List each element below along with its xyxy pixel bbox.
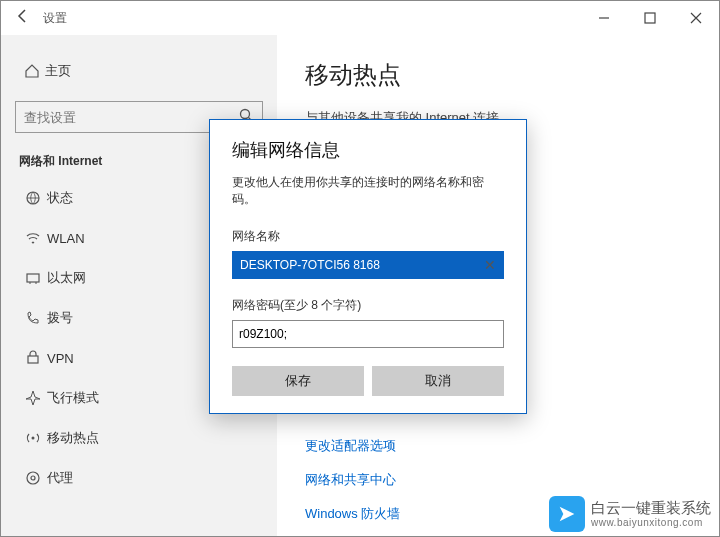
dialog-title: 编辑网络信息: [232, 138, 504, 162]
clear-icon[interactable]: ✕: [480, 255, 500, 275]
svg-point-10: [27, 472, 39, 484]
home-icon: [19, 63, 45, 79]
close-button[interactable]: [673, 1, 719, 35]
vpn-icon: [19, 350, 47, 366]
svg-point-11: [31, 476, 35, 480]
sidebar-home-label: 主页: [45, 62, 71, 80]
svg-rect-1: [645, 13, 655, 23]
network-password-input[interactable]: [232, 320, 504, 348]
link-adapter-options[interactable]: 更改适配器选项: [305, 437, 695, 455]
cancel-button[interactable]: 取消: [372, 366, 504, 396]
save-button[interactable]: 保存: [232, 366, 364, 396]
sidebar-item-proxy[interactable]: 代理: [1, 458, 277, 498]
edit-network-dialog: 编辑网络信息 更改他人在使用你共享的连接时的网络名称和密码。 网络名称 ✕ 网络…: [209, 119, 527, 414]
watermark-line1: 白云一键重装系统: [591, 500, 711, 517]
titlebar: 设置: [1, 1, 719, 35]
watermark-line2: www.baiyunxitong.com: [591, 517, 711, 528]
sidebar-item-label: 状态: [47, 189, 73, 207]
airplane-icon: [19, 390, 47, 406]
watermark-logo-icon: [549, 496, 585, 532]
phone-icon: [19, 310, 47, 326]
app-title: 设置: [43, 10, 67, 27]
globe-icon: [19, 190, 47, 206]
wifi-icon: [19, 230, 47, 246]
sidebar-item-hotspot[interactable]: 移动热点: [1, 418, 277, 458]
svg-point-2: [241, 110, 250, 119]
maximize-button[interactable]: [627, 1, 673, 35]
sidebar-item-label: VPN: [47, 351, 74, 366]
svg-point-9: [32, 437, 35, 440]
sidebar-item-label: 拨号: [47, 309, 73, 327]
sidebar-item-label: 以太网: [47, 269, 86, 287]
dialog-description: 更改他人在使用你共享的连接时的网络名称和密码。: [232, 174, 504, 208]
sidebar-item-label: WLAN: [47, 231, 85, 246]
hotspot-icon: [19, 430, 47, 446]
watermark: 白云一键重装系统 www.baiyunxitong.com: [549, 496, 711, 532]
svg-rect-8: [28, 356, 38, 363]
network-password-label: 网络密码(至少 8 个字符): [232, 297, 504, 314]
minimize-button[interactable]: [581, 1, 627, 35]
ethernet-icon: [19, 270, 47, 286]
sidebar-item-label: 移动热点: [47, 429, 99, 447]
sidebar-item-label: 飞行模式: [47, 389, 99, 407]
sidebar-home[interactable]: 主页: [1, 53, 277, 89]
page-title: 移动热点: [305, 59, 695, 91]
svg-rect-5: [27, 274, 39, 282]
sidebar-item-label: 代理: [47, 469, 73, 487]
network-name-label: 网络名称: [232, 228, 504, 245]
network-name-input[interactable]: [232, 251, 504, 279]
proxy-icon: [19, 470, 47, 486]
search-input[interactable]: [24, 110, 238, 125]
link-network-sharing[interactable]: 网络和共享中心: [305, 471, 695, 489]
back-button[interactable]: [9, 8, 37, 28]
